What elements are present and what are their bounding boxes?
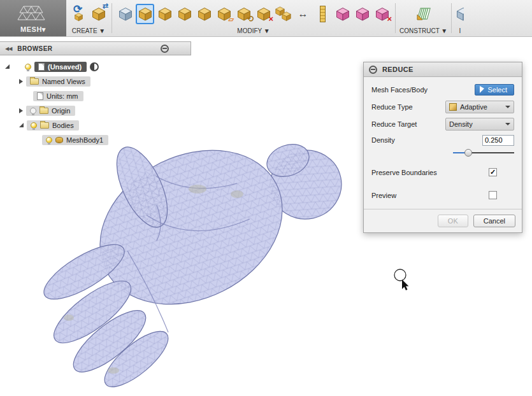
document-icon	[38, 63, 45, 71]
plane-cut-icon	[217, 6, 232, 22]
disclosure-collapsed-icon[interactable]	[19, 79, 23, 84]
face-groups-icon	[355, 6, 370, 22]
reverse-normal-button[interactable]: ⟲	[234, 4, 253, 24]
bodies-bulb-icon[interactable]	[31, 122, 37, 129]
origin-node[interactable]: Origin	[26, 106, 75, 116]
minimize-browser-icon[interactable]	[161, 45, 169, 53]
cursor	[394, 269, 409, 290]
make-closed-mesh-button[interactable]	[155, 4, 174, 24]
preserve-boundaries-checkbox[interactable]: ✓	[489, 168, 497, 176]
named-views-node[interactable]: Named Views	[26, 76, 90, 87]
units-node[interactable]: Units: mm	[33, 91, 83, 101]
ok-button[interactable]: OK	[438, 215, 468, 227]
reduce-icon	[138, 6, 153, 22]
delete-face-groups-button[interactable]: ×	[373, 4, 391, 24]
density-input[interactable]	[482, 135, 514, 146]
reduce-target-value: Density	[449, 120, 502, 128]
remesh-icon	[118, 6, 133, 22]
ruler-button[interactable]	[313, 4, 332, 24]
select-cursor-icon	[480, 86, 484, 93]
paint-mesh-faces-icon	[335, 6, 350, 22]
mesh-faces-label: Mesh Faces/Body	[371, 86, 428, 94]
adaptive-mesh-icon	[449, 103, 457, 111]
chevron-down-icon	[505, 123, 510, 128]
inspect-menu-partial[interactable]: I	[456, 27, 464, 35]
separate-button[interactable]: ↔	[294, 4, 312, 24]
mesh-body-hand[interactable]	[36, 120, 348, 395]
units-doc-icon	[37, 92, 43, 100]
smooth-button[interactable]	[195, 4, 213, 24]
toolbar-divider	[451, 3, 452, 33]
toolbar-divider	[395, 3, 396, 33]
select-button-label: Select	[487, 86, 507, 94]
smooth-icon	[197, 6, 212, 22]
modify-menu[interactable]: MODIFY ▼	[116, 27, 391, 35]
construct-group: CONSTRUCT ▼	[396, 0, 450, 36]
delete-faces-icon	[256, 6, 271, 22]
construct-plane-button[interactable]	[414, 4, 433, 24]
select-button[interactable]: Select	[475, 84, 514, 95]
construct-menu[interactable]: CONSTRUCT ▼	[399, 27, 447, 35]
dialog-collapse-icon[interactable]	[369, 66, 377, 74]
disclosure-expanded-icon[interactable]	[19, 123, 24, 127]
meshbody1-label: MeshBody1	[66, 136, 103, 144]
browser-title: BROWSER	[17, 45, 52, 52]
density-row: Density	[364, 132, 522, 148]
meshbody1-bulb-icon[interactable]	[46, 137, 52, 143]
preview-row: Preview	[364, 187, 522, 204]
density-slider[interactable]	[453, 149, 514, 157]
preview-checkbox[interactable]	[489, 191, 497, 199]
insert-mesh-button[interactable]: ⟳	[69, 4, 88, 24]
reverse-normal-icon	[236, 6, 252, 22]
reduce-type-value: Adaptive	[460, 103, 502, 111]
bodies-folder-icon	[40, 122, 49, 129]
merge-bodies-button[interactable]	[274, 4, 292, 24]
folder-icon	[30, 78, 39, 85]
create-menu[interactable]: CREATE ▼	[69, 27, 108, 35]
remesh-button[interactable]	[116, 4, 134, 24]
origin-folder-icon	[40, 108, 48, 114]
bodies-node[interactable]: Bodies	[27, 120, 79, 131]
inspect-icon-partial[interactable]	[456, 6, 464, 22]
delete-faces-button[interactable]: ×	[254, 4, 273, 24]
erase-and-fill-button[interactable]	[175, 4, 194, 24]
merge-bodies-icon	[275, 6, 292, 22]
browser-tree: (Unsaved) Named Views Units: mm Origin	[0, 55, 191, 147]
disclosure-expanded-icon[interactable]	[5, 64, 10, 69]
reduce-button[interactable]	[136, 4, 154, 24]
disclosure-collapsed-icon[interactable]	[19, 108, 23, 113]
create-group: ⟳ ⇄ CREATE ▼	[66, 0, 111, 36]
tree-row-origin[interactable]: Origin	[0, 103, 191, 118]
tree-row-units[interactable]: Units: mm	[0, 88, 191, 103]
reduce-type-dropdown[interactable]: Adaptive	[445, 101, 514, 113]
paint-mesh-faces-button[interactable]	[333, 4, 352, 24]
convert-mesh-button[interactable]: ⇄	[89, 4, 108, 24]
named-views-label: Named Views	[42, 78, 85, 85]
face-groups-button[interactable]	[353, 4, 371, 24]
collapse-panel-icon[interactable]: ◀◀	[5, 46, 11, 52]
tree-row-named-views[interactable]: Named Views	[0, 74, 191, 88]
reduce-target-dropdown[interactable]: Density	[445, 118, 514, 131]
slider-knob[interactable]	[464, 149, 472, 157]
origin-bulb-icon[interactable]	[30, 108, 36, 114]
tree-row-meshbody1[interactable]: MeshBody1	[0, 132, 191, 147]
mesh-faces-row: Mesh Faces/Body Select	[364, 81, 522, 98]
meshbody1-node[interactable]: MeshBody1	[42, 135, 108, 145]
tab-mesh[interactable]: MESH▾	[0, 0, 66, 36]
mesh-grid-icon	[16, 3, 50, 22]
cancel-button[interactable]: Cancel	[473, 215, 515, 227]
tree-row-document[interactable]: (Unsaved)	[0, 59, 191, 74]
modify-group: ▱ ⟲ × ↔	[113, 0, 394, 36]
preview-label: Preview	[371, 192, 396, 199]
density-label: Density	[371, 136, 395, 144]
tree-row-bodies[interactable]: Bodies	[0, 118, 191, 132]
document-node[interactable]: (Unsaved)	[34, 62, 87, 72]
plane-cut-button[interactable]: ▱	[215, 4, 233, 24]
construct-plane-icon	[415, 6, 432, 22]
display-settings-icon[interactable]	[90, 62, 99, 71]
reduce-dialog-header[interactable]: REDUCE	[364, 62, 522, 77]
ruler-icon	[320, 6, 326, 22]
preserve-boundaries-row: Preserve Boundaries ✓	[364, 164, 522, 181]
visibility-bulb-icon[interactable]	[25, 64, 31, 70]
document-label: (Unsaved)	[48, 63, 82, 71]
